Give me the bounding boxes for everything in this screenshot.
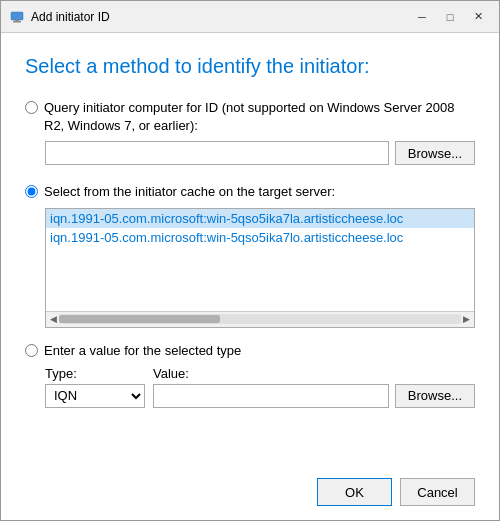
value-text-input[interactable] [153,384,389,408]
svg-rect-1 [13,21,21,23]
dialog-window: Add initiator ID ─ □ ✕ Select a method t… [0,0,500,521]
ok-button[interactable]: OK [317,478,392,506]
app-icon [9,9,25,25]
cache-radio-row: Select from the initiator cache on the t… [25,183,475,201]
value-field-group: Value: Browse... [153,366,475,408]
value-section: Enter a value for the selected type Type… [25,342,475,408]
type-field-group: Type: IQN MAC IP DNS [45,366,145,408]
query-text-input[interactable] [45,141,389,165]
value-radio[interactable] [25,344,38,357]
query-radio[interactable] [25,101,38,114]
horizontal-scrollbar[interactable] [59,314,461,324]
list-item[interactable]: iqn.1991-05.com.microsoft:win-5qso5ika7l… [46,228,474,247]
title-bar: Add initiator ID ─ □ ✕ [1,1,499,33]
query-browse-button[interactable]: Browse... [395,141,475,165]
type-select[interactable]: IQN MAC IP DNS [45,384,145,408]
window-title: Add initiator ID [31,10,110,24]
dialog-footer: OK Cancel [1,470,499,520]
cache-radio-label: Select from the initiator cache on the t… [44,183,335,201]
title-bar-controls: ─ □ ✕ [409,7,491,27]
minimize-button[interactable]: ─ [409,7,435,27]
cache-section: Select from the initiator cache on the t… [25,183,475,327]
svg-rect-2 [15,19,19,21]
cache-radio[interactable] [25,185,38,198]
query-radio-label: Query initiator computer for ID (not sup… [44,99,475,135]
maximize-button[interactable]: □ [437,7,463,27]
query-section: Query initiator computer for ID (not sup… [25,99,475,169]
type-value-row: Type: IQN MAC IP DNS Value: Browse... [45,366,475,408]
scrollbar-thumb[interactable] [59,315,220,323]
listbox-items-container: iqn.1991-05.com.microsoft:win-5qso5ika7l… [46,209,474,311]
scroll-right-icon[interactable]: ▶ [461,314,472,324]
scroll-left-icon[interactable]: ◀ [48,314,59,324]
type-label: Type: [45,366,145,381]
query-radio-row: Query initiator computer for ID (not sup… [25,99,475,135]
cache-listbox[interactable]: iqn.1991-05.com.microsoft:win-5qso5ika7l… [45,208,475,328]
close-button[interactable]: ✕ [465,7,491,27]
value-browse-button[interactable]: Browse... [395,384,475,408]
value-radio-label: Enter a value for the selected type [44,342,241,360]
query-input-row: Browse... [45,141,475,165]
horizontal-scrollbar-area: ◀ ▶ [46,311,474,327]
dialog-heading: Select a method to identify the initiato… [25,53,475,79]
title-bar-left: Add initiator ID [9,9,110,25]
cancel-button[interactable]: Cancel [400,478,475,506]
value-radio-row: Enter a value for the selected type [25,342,475,360]
svg-rect-0 [11,12,23,20]
value-label: Value: [153,366,475,381]
list-item[interactable]: iqn.1991-05.com.microsoft:win-5qso5ika7l… [46,209,474,228]
dialog-content: Select a method to identify the initiato… [1,33,499,470]
